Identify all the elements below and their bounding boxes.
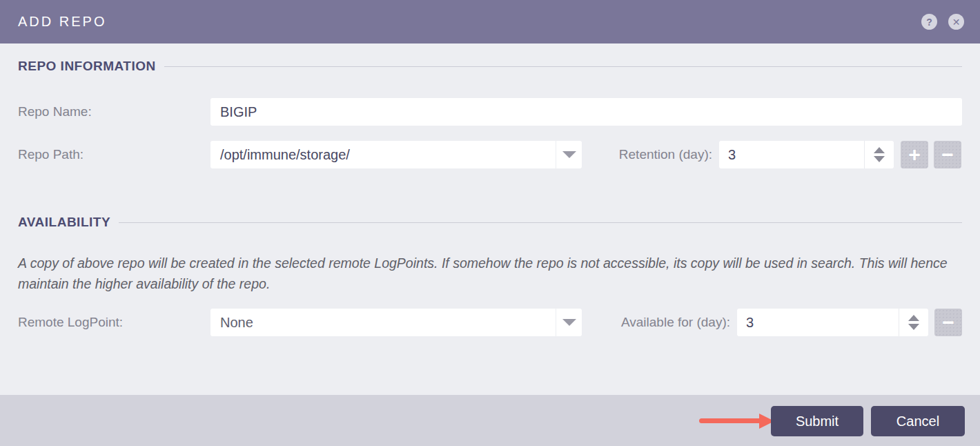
available-for-value: 3 [737, 309, 899, 336]
repo-path-label: Repo Path: [18, 141, 84, 168]
dialog-footer: Submit Cancel [0, 395, 980, 446]
heading-divider [164, 66, 962, 67]
spinner-down-icon[interactable] [908, 324, 919, 330]
close-icon[interactable]: ✕ [948, 14, 964, 30]
annotation-arrow-icon [699, 395, 775, 446]
repo-information-heading: REPO INFORMATION [18, 58, 962, 75]
dialog-title: ADD REPO [18, 14, 106, 30]
retention-spinner[interactable] [864, 141, 894, 168]
repo-name-label: Repo Name: [18, 98, 92, 126]
submit-button[interactable]: Submit [771, 406, 863, 436]
remote-logpoint-selected-value: None [210, 309, 556, 336]
repo-information-heading-text: REPO INFORMATION [18, 59, 156, 74]
remote-logpoint-label: Remote LogPoint: [18, 309, 123, 336]
availability-heading: AVAILABILITY [18, 214, 962, 231]
add-retention-button[interactable]: + [901, 141, 928, 168]
remove-retention-button[interactable]: − [934, 141, 961, 168]
dialog-body: REPO INFORMATION Repo Name: Repo Path: /… [0, 43, 980, 395]
arrow-shaft [699, 418, 761, 423]
retention-label: Retention (day): [525, 141, 712, 168]
spinner-up-icon[interactable] [874, 147, 885, 153]
remove-available-button[interactable]: − [934, 309, 962, 336]
add-repo-dialog: ADD REPO ? ✕ REPO INFORMATION Repo Name:… [0, 0, 980, 446]
retention-value: 3 [719, 141, 864, 168]
cancel-button[interactable]: Cancel [871, 406, 965, 436]
retention-input[interactable]: 3 [719, 141, 894, 168]
dialog-titlebar: ADD REPO ? ✕ [0, 0, 980, 43]
spinner-down-icon[interactable] [874, 156, 885, 162]
available-for-label: Available for (day): [525, 309, 730, 336]
titlebar-icons: ? ✕ [921, 14, 964, 30]
heading-divider [119, 222, 962, 223]
help-icon[interactable]: ? [921, 14, 937, 30]
repo-path-selected-value: /opt/immune/storage/ [210, 141, 556, 168]
available-for-input[interactable]: 3 [737, 309, 928, 336]
availability-heading-text: AVAILABILITY [18, 215, 110, 230]
spinner-up-icon[interactable] [908, 315, 919, 321]
availability-note: A copy of above repo will be created in … [18, 253, 962, 294]
available-for-spinner[interactable] [899, 309, 928, 336]
repo-name-input[interactable] [210, 98, 962, 126]
